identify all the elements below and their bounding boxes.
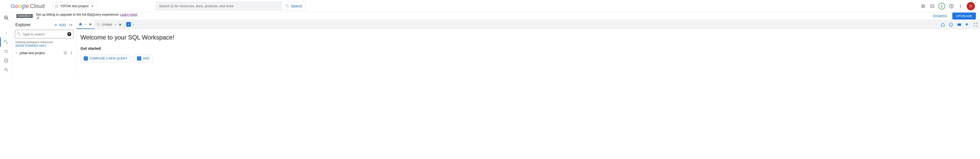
fullscreen-icon — [973, 22, 978, 27]
rail-history[interactable] — [0, 56, 12, 65]
new-tab-button[interactable] — [124, 20, 137, 29]
apps-button[interactable] — [920, 3, 926, 9]
project-picker[interactable]: YDTAK test project — [52, 2, 98, 10]
sandbox-banner: SANDBOX Set up billing to upgrade to the… — [12, 12, 980, 20]
keyboard-icon — [957, 22, 962, 27]
scheduled-icon — [4, 67, 8, 72]
explorer-header-actions: ADD — [54, 22, 73, 27]
product-icon-rail — [0, 12, 12, 74]
bigquery-icon — [3, 15, 9, 21]
tabstrip-action-icons — [940, 20, 978, 29]
header-right: 1 D — [920, 2, 978, 10]
nav-menu-button[interactable] — [2, 3, 8, 9]
cloud-word: Cloud — [30, 3, 45, 10]
project-node-actions — [63, 51, 73, 55]
svg-point-3 — [97, 23, 99, 25]
fullscreen-shortcut[interactable] — [973, 22, 978, 27]
rail-dot[interactable] — [0, 28, 12, 37]
search-icon — [285, 4, 289, 8]
plus-box-icon — [137, 56, 141, 61]
help-button[interactable] — [948, 3, 955, 9]
global-search: Search (/) for resources, docs, products… — [156, 2, 306, 10]
caret-right-icon[interactable] — [15, 51, 18, 55]
bigquery-product-icon[interactable] — [0, 14, 12, 21]
rail-transfers[interactable] — [0, 47, 12, 56]
dropdown-caret-icon — [968, 23, 970, 26]
plus-icon — [54, 23, 58, 27]
dropdown-caret-icon — [91, 4, 94, 8]
info-icon — [949, 22, 953, 27]
svg-rect-5 — [958, 24, 961, 26]
banner-text: Set up billing to upgrade to the full Bi… — [36, 13, 137, 19]
sliders-icon — [4, 49, 8, 54]
search-input[interactable]: Search (/) for resources, docs, products… — [156, 2, 281, 10]
notification-count: 1 — [941, 4, 943, 8]
upgrade-button[interactable]: UPGRADE — [952, 13, 976, 19]
dropdown-caret-icon[interactable] — [84, 23, 87, 26]
avatar-initial: D — [969, 4, 972, 8]
more-vert-icon[interactable] — [69, 51, 73, 55]
main-panel: Untitled — [76, 20, 980, 74]
close-icon[interactable] — [89, 22, 92, 26]
plus-icon — [127, 23, 130, 26]
rail-list — [0, 28, 12, 74]
rail-scheduled[interactable] — [0, 65, 12, 74]
stage: SANDBOX Set up billing to upgrade to the… — [0, 12, 980, 74]
collapse-panel-icon[interactable] — [68, 22, 73, 27]
top-header: G o o g l e Cloud YDTAK test project Sea… — [0, 0, 980, 12]
explorer-search-input[interactable] — [23, 32, 66, 36]
welcome-subheading: Get started — [80, 46, 976, 50]
compose-label: COMPOSE A NEW QUERY — [89, 57, 127, 60]
star-icon[interactable] — [63, 51, 67, 55]
search-button-label: Search — [291, 4, 302, 8]
show-starred-link[interactable]: SHOW STARRED ONLY — [15, 44, 73, 47]
more-button[interactable] — [958, 3, 964, 9]
info-shortcut[interactable] — [949, 22, 953, 27]
search-help-icon[interactable]: ? — [67, 32, 72, 36]
body-row: Explorer ADD ? Viewing workspace resourc… — [12, 20, 980, 74]
lightbulb-shortcut[interactable] — [965, 22, 970, 27]
google-cloud-logo[interactable]: G o o g l e Cloud — [11, 3, 45, 10]
project-tree-row: ydtak-test-project — [14, 50, 74, 56]
sandbox-chip: SANDBOX — [16, 14, 33, 18]
compose-query-button[interactable]: COMPOSE A NEW QUERY — [80, 55, 130, 62]
project-node-label[interactable]: ydtak-test-project — [19, 51, 62, 55]
plus-box-icon — [126, 22, 131, 27]
plus-icon — [138, 57, 140, 60]
explorer-header: Explorer ADD — [14, 22, 74, 30]
account-avatar[interactable]: D — [967, 2, 975, 10]
keyboard-shortcut[interactable] — [957, 22, 962, 27]
viewing-scope-text: Viewing workspace resources. — [15, 40, 73, 43]
search-placeholder: Search (/) for resources, docs, products… — [159, 4, 233, 8]
workspace: SANDBOX Set up billing to upgrade to the… — [12, 12, 980, 74]
tabstrip: Untitled — [76, 20, 980, 29]
rail-search[interactable] — [0, 37, 12, 47]
close-icon[interactable] — [118, 23, 122, 26]
help-icon — [949, 3, 954, 9]
welcome-area: Welcome to your SQL Workspace! Get start… — [76, 29, 980, 67]
tab-home[interactable] — [76, 20, 94, 29]
plus-icon — [84, 57, 87, 60]
dropdown-caret-icon[interactable] — [114, 23, 117, 26]
cloud-shell-button[interactable] — [929, 3, 935, 9]
dropdown-caret-icon[interactable] — [132, 23, 135, 26]
notifications-button[interactable]: 1 — [939, 3, 945, 10]
home-shortcut[interactable] — [940, 22, 945, 27]
explorer-search[interactable]: ? — [15, 30, 73, 39]
welcome-actions: COMPOSE A NEW QUERY ADD — [80, 55, 976, 62]
explorer-title: Explorer — [15, 22, 31, 27]
terminal-icon — [930, 4, 935, 8]
welcome-add-button[interactable]: ADD — [134, 55, 153, 62]
tab-untitled-label: Untitled — [102, 23, 112, 26]
learn-more-link[interactable]: Learn more — [120, 13, 137, 16]
explorer-add-button[interactable]: ADD — [54, 23, 66, 27]
apps-grid-icon — [921, 4, 926, 8]
plus-box-icon — [84, 56, 88, 61]
more-vert-icon — [958, 4, 963, 8]
search-button[interactable]: Search — [281, 2, 306, 10]
svg-point-1 — [6, 32, 6, 33]
dismiss-button[interactable]: DISMISS — [931, 14, 949, 18]
explorer-pane: Explorer ADD ? Viewing workspace resourc… — [12, 20, 76, 74]
search-icon — [4, 40, 8, 44]
tab-untitled[interactable]: Untitled — [94, 20, 124, 29]
